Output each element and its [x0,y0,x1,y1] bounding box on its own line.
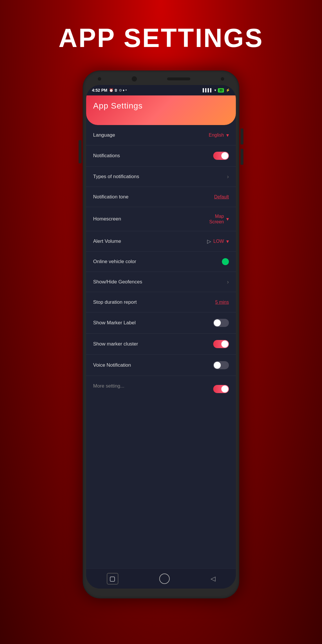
phone-speaker [167,77,190,80]
online-vehicle-color-label: Online vehicle color [93,259,136,265]
square-icon: ▢ [109,575,115,583]
stop-duration-report-value[interactable]: 5 mins [215,300,229,305]
nav-home-button[interactable] [159,574,170,584]
notifications-label: Notifications [93,153,120,159]
show-marker-cluster-label: Show marker cluster [93,341,138,347]
phone-screen: 4:52 PM ⏰ 🗑 ⊙ ♦ • ▌▌▌▌ ▾ 33 ⚡ App Settin… [86,85,236,589]
phone-camera [132,76,137,82]
stop-duration-report-label: Stop duration report [93,299,137,305]
show-marker-label-toggle[interactable] [213,319,229,327]
status-time: 4:52 PM [92,88,107,93]
homescreen-value: MapScreen [209,214,224,225]
more-setting-label: More setting... [93,383,124,389]
setting-notification-tone[interactable]: Notification tone Default [86,187,236,207]
charging-icon: ⚡ [226,88,230,92]
wifi-icon: ▾ [214,88,216,92]
power-button[interactable] [79,140,82,163]
volume-up-button[interactable] [240,129,243,144]
alert-volume-value: LOW [214,239,224,244]
setting-homescreen[interactable]: Homescreen MapScreen ▾ [86,207,236,231]
status-bar: 4:52 PM ⏰ 🗑 ⊙ ♦ • ▌▌▌▌ ▾ 33 ⚡ [86,85,236,95]
voice-notification-toggle[interactable] [213,361,229,369]
signal-icon: ▌▌▌▌ [203,88,213,92]
settings-list: Language English ▾ Notifications Types o… [86,125,236,569]
alert-volume-play-icon[interactable]: ▷ [207,238,211,245]
phone-dot-right [221,77,224,81]
bottom-nav: ▢ ◁ [86,569,236,589]
setting-notifications: Notifications [86,145,236,167]
alert-volume-label: Alert Volume [93,238,121,244]
volume-down-button[interactable] [240,149,243,165]
alert-volume-dropdown-icon[interactable]: ▾ [226,238,229,245]
language-dropdown-icon[interactable]: ▾ [226,132,229,138]
homescreen-label: Homescreen [93,216,121,222]
setting-voice-notification: Voice Notification [86,355,236,376]
voice-notification-label: Voice Notification [93,362,131,368]
notification-tone-label: Notification tone [93,194,129,200]
phone-frame: 4:52 PM ⏰ 🗑 ⊙ ♦ • ▌▌▌▌ ▾ 33 ⚡ App Settin… [83,70,239,598]
setting-language[interactable]: Language English ▾ [86,125,236,145]
show-hide-geofences-chevron: › [227,278,229,285]
setting-alert-volume: Alert Volume ▷ LOW ▾ [86,231,236,252]
types-notifications-chevron: › [227,173,229,180]
setting-show-marker-label: Show Marker Label [86,312,236,334]
page-title: APP SETTINGS [59,23,263,53]
setting-more: More setting... [86,376,236,396]
show-marker-cluster-toggle[interactable] [213,340,229,348]
battery-indicator: 33 [218,88,224,93]
setting-stop-duration-report[interactable]: Stop duration report 5 mins [86,292,236,312]
setting-types-of-notifications[interactable]: Types of notifications › [86,167,236,187]
nav-back-button[interactable]: ◁ [211,575,216,583]
language-value: English [209,133,224,138]
app-header: App Settings [86,95,236,125]
notifications-toggle[interactable] [213,152,229,160]
homescreen-dropdown-icon[interactable]: ▾ [226,216,229,222]
setting-online-vehicle-color[interactable]: Online vehicle color [86,252,236,272]
app-header-title: App Settings [93,101,143,110]
nav-square-button[interactable]: ▢ [107,573,118,585]
online-vehicle-color-circle[interactable] [222,258,229,265]
show-marker-label-label: Show Marker Label [93,320,135,326]
language-label: Language [93,132,115,138]
status-icons: ⏰ 🗑 ⊙ ♦ • [109,88,127,92]
setting-show-marker-cluster: Show marker cluster [86,334,236,355]
show-hide-geofences-label: Show/Hide Geofences [93,279,142,285]
notification-tone-value[interactable]: Default [214,194,229,200]
phone-dot-left [98,77,101,81]
status-right-icons: ▌▌▌▌ ▾ 33 ⚡ [203,88,230,93]
types-notifications-label: Types of notifications [93,174,139,180]
more-setting-toggle[interactable] [213,385,229,393]
back-icon: ◁ [211,575,216,582]
setting-show-hide-geofences[interactable]: Show/Hide Geofences › [86,272,236,292]
